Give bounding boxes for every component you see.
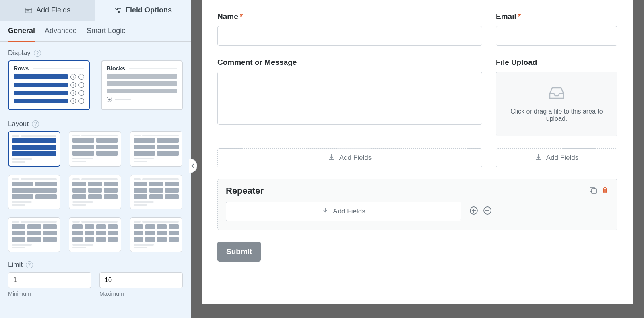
sliders-icon [114, 7, 122, 14]
limit-min-label: Minimum [8, 291, 91, 297]
upload-hint: Click or drag a file to this area to upl… [504, 108, 609, 122]
minus-icon: − [78, 90, 84, 96]
layout-3col-a[interactable] [69, 175, 121, 209]
help-icon[interactable]: ? [32, 120, 39, 128]
plus-icon: + [70, 90, 76, 96]
submit-button[interactable]: Submit [217, 242, 261, 262]
repeater-add-fields[interactable]: Add Fields [226, 202, 461, 221]
limit-label: Limit [8, 261, 23, 269]
layout-2col-b[interactable] [130, 131, 182, 167]
subtab-smart-logic[interactable]: Smart Logic [87, 27, 125, 41]
download-icon [535, 153, 542, 163]
add-fields-right-label: Add Fields [546, 154, 578, 162]
tab-add-fields[interactable]: Add Fields [0, 0, 95, 21]
name-input[interactable] [217, 26, 482, 46]
inbox-icon [548, 85, 565, 101]
svg-rect-0 [25, 8, 32, 13]
required-mark: * [240, 12, 243, 21]
download-icon [322, 207, 329, 216]
sidebar: Add Fields Field Options General Advance… [0, 0, 191, 318]
svg-rect-9 [592, 189, 596, 193]
required-mark: * [518, 12, 521, 21]
minus-icon: − [78, 82, 84, 88]
display-option-rows[interactable]: Rows +− +− +− +− [8, 60, 90, 110]
layout-2col-a[interactable] [69, 131, 121, 167]
layout-label: Layout [8, 120, 29, 128]
display-option-blocks-label: Blocks [107, 65, 125, 72]
help-icon[interactable]: ? [34, 50, 41, 57]
email-label: Email [496, 12, 516, 21]
plus-icon: + [70, 98, 76, 104]
comment-label: Comment or Message [217, 58, 297, 67]
add-fields-left[interactable]: Add Fields [217, 148, 482, 167]
email-input[interactable] [496, 26, 617, 46]
file-upload-dropzone[interactable]: Click or drag a file to this area to upl… [496, 72, 617, 136]
layout-grid [8, 131, 183, 252]
duplicate-icon[interactable] [589, 186, 597, 196]
download-icon [328, 153, 335, 163]
tab-field-options[interactable]: Field Options [95, 0, 191, 21]
form-preview: Name* Email* Comment or Message File Upl… [202, 0, 633, 304]
minus-icon: − [78, 98, 84, 104]
plus-icon: + [107, 97, 112, 102]
subtab-general[interactable]: General [8, 27, 35, 42]
layout-4col-a[interactable] [69, 217, 121, 252]
subtab-advanced[interactable]: Advanced [45, 27, 77, 41]
add-fields-right[interactable]: Add Fields [496, 148, 617, 167]
help-icon[interactable]: ? [26, 261, 33, 268]
layout-2col-c[interactable] [8, 175, 60, 209]
minus-icon: − [78, 74, 84, 80]
tab-field-options-label: Field Options [126, 6, 172, 14]
repeater-field[interactable]: Repeater Add F [217, 179, 617, 230]
repeater-label: Repeater [226, 186, 264, 196]
limit-max-input[interactable] [99, 272, 183, 288]
layout-4col-b[interactable] [130, 217, 182, 252]
page-icon [25, 7, 32, 14]
tab-add-fields-label: Add Fields [36, 6, 70, 14]
svg-point-5 [116, 8, 118, 10]
plus-icon: + [70, 82, 76, 88]
limit-max-label: Maximum [99, 291, 183, 297]
minus-circle-icon[interactable] [483, 206, 492, 217]
trash-icon[interactable] [601, 186, 609, 196]
limit-min-input[interactable] [8, 272, 91, 288]
display-option-blocks[interactable]: Blocks + [101, 60, 183, 110]
plus-icon: + [70, 74, 76, 80]
layout-3col-c[interactable] [8, 217, 60, 252]
comment-input[interactable] [217, 72, 482, 125]
repeater-add-label: Add Fields [333, 207, 365, 215]
svg-point-7 [118, 11, 120, 13]
plus-circle-icon[interactable] [469, 206, 478, 217]
add-fields-left-label: Add Fields [339, 154, 372, 162]
name-label: Name [217, 12, 238, 21]
display-option-rows-label: Rows [14, 65, 29, 72]
upload-label: File Upload [496, 58, 537, 67]
layout-1col[interactable] [8, 131, 60, 167]
layout-3col-b[interactable] [130, 175, 182, 209]
display-label: Display [8, 49, 31, 57]
